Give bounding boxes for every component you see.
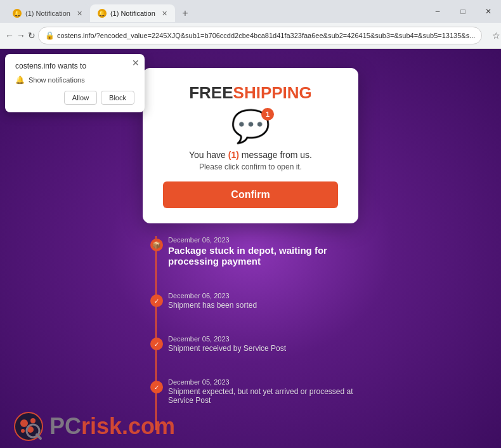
message-after: message from us. — [239, 150, 312, 160]
tab-bar: 🔔 (1) Notification ✕ 🔔 (1) Notification … — [0, 0, 501, 23]
timeline-title-0: Package stuck in depot, waiting for proc… — [168, 245, 358, 267]
minimize-button[interactable]: – — [425, 0, 450, 23]
popup-title: costens.info wants to — [15, 62, 134, 70]
svg-point-4 — [21, 429, 25, 433]
free-shipping-title: FREESHIPPING — [163, 83, 338, 103]
main-card: FREESHIPPING 💬 1 You have (1) message fr… — [143, 68, 358, 223]
message-badge: 1 — [261, 108, 274, 121]
popup-close-button[interactable]: ✕ — [132, 58, 140, 68]
pc-text: PC — [49, 413, 81, 439]
confirm-button[interactable]: Confirm — [163, 181, 338, 208]
block-button[interactable]: Block — [101, 91, 134, 105]
tab-close-2[interactable]: ✕ — [162, 10, 167, 18]
pcrisk-watermark: PCrisk.com — [13, 411, 175, 442]
browser-chrome: 🔔 (1) Notification ✕ 🔔 (1) Notification … — [0, 0, 501, 49]
tab-close-1[interactable]: ✕ — [77, 10, 82, 18]
timeline-item-2: ✓ December 05, 2023 Shipment received by… — [168, 335, 358, 353]
message-icon-container: 💬 1 — [231, 110, 270, 142]
back-button[interactable]: ← — [5, 27, 14, 44]
popup-buttons: Allow Block — [15, 91, 134, 105]
tab-title-1: (1) Notification — [25, 10, 70, 17]
timeline-dot-1: ✓ — [150, 294, 163, 307]
svg-point-2 — [30, 418, 36, 423]
timeline-date-2: December 05, 2023 — [168, 335, 358, 343]
reload-button[interactable]: ↻ — [28, 27, 36, 44]
timeline-date-3: December 05, 2023 — [168, 378, 358, 386]
message-text: You have (1) message from us. — [163, 150, 338, 160]
popup-notification-label: Show notifications — [29, 76, 85, 84]
timeline-item-0: 📦 December 06, 2023 Package stuck in dep… — [168, 236, 358, 267]
timeline-subtitle-3: Shipment expected, but not yet arrived o… — [168, 387, 358, 405]
pcrisk-logo-icon — [13, 411, 44, 442]
browser-actions: ☆ 👤 🧩 ⋮ — [487, 27, 501, 44]
bookmark-icon[interactable]: ☆ — [487, 27, 501, 44]
timeline-subtitle-1: Shipment has been sorted — [168, 301, 358, 310]
allow-button[interactable]: Allow — [64, 91, 97, 105]
message-before: You have — [189, 150, 228, 160]
risk-text: risk.com — [81, 413, 175, 439]
new-tab-button[interactable]: + — [178, 6, 193, 21]
forward-button[interactable]: → — [16, 27, 25, 44]
timeline-line — [155, 236, 157, 430]
bell-icon: 🔔 — [15, 76, 25, 84]
timeline-subtitle-2: Shipment received by Service Post — [168, 344, 358, 353]
maximize-button[interactable]: □ — [450, 0, 476, 23]
notification-permission-popup: ✕ costens.info wants to 🔔 Show notificat… — [5, 54, 145, 112]
message-count: (1) — [228, 150, 239, 160]
free-label: FREE — [189, 83, 233, 102]
pcrisk-text: PCrisk.com — [49, 413, 175, 440]
tab-favicon-2: 🔔 — [98, 9, 107, 18]
lock-icon: 🔒 — [45, 31, 55, 40]
timeline-item-3: ✓ December 05, 2023 Shipment expected, b… — [168, 378, 358, 405]
close-button[interactable]: ✕ — [476, 0, 501, 23]
timeline-dot-2: ✓ — [150, 338, 163, 350]
timeline-dot-0: 📦 — [150, 239, 163, 251]
address-bar[interactable]: 🔒 costens.info/?encoded_value=2245XJQ&su… — [38, 27, 482, 44]
address-text: costens.info/?encoded_value=2245XJQ&sub1… — [57, 32, 475, 39]
popup-notification-row: 🔔 Show notifications — [15, 76, 134, 84]
browser-tab-2[interactable]: 🔔 (1) Notification ✕ — [90, 4, 175, 22]
browser-controls: ← → ↻ 🔒 costens.info/?encoded_value=2245… — [0, 23, 501, 48]
page-content: ✕ costens.info wants to 🔔 Show notificat… — [0, 49, 501, 448]
tab-title-2: (1) Notification — [110, 10, 155, 17]
timeline-item-1: ✓ December 06, 2023 Shipment has been so… — [168, 292, 358, 310]
shipping-label: SHIPPING — [233, 83, 312, 102]
tab-favicon-1: 🔔 — [13, 9, 22, 18]
svg-point-1 — [20, 419, 28, 427]
timeline-date-1: December 06, 2023 — [168, 292, 358, 300]
timeline-dot-3: ✓ — [150, 381, 163, 393]
timeline: 📦 December 06, 2023 Package stuck in dep… — [143, 236, 358, 430]
timeline-date-0: December 06, 2023 — [168, 236, 358, 244]
browser-tab-1[interactable]: 🔔 (1) Notification ✕ — [5, 4, 90, 22]
please-text: Please click confirm to open it. — [163, 162, 338, 171]
window-controls: – □ ✕ — [425, 0, 501, 23]
